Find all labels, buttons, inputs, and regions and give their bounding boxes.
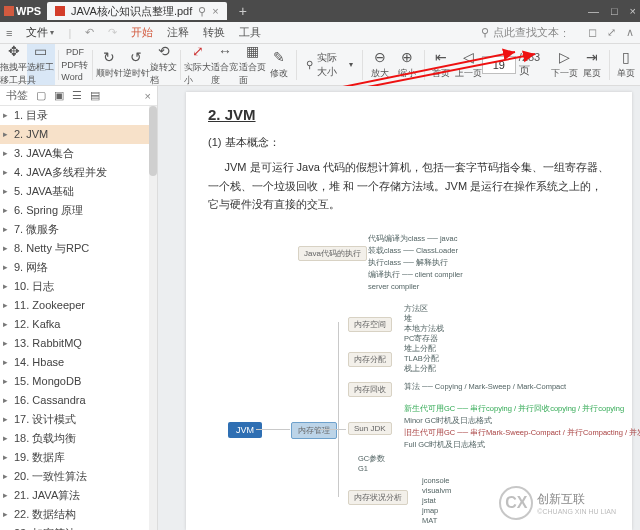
caret-icon: ▸ bbox=[3, 469, 8, 484]
bookmark-label: 1. 目录 bbox=[14, 108, 48, 123]
rotate-cw[interactable]: ↻顺时针 bbox=[95, 44, 122, 85]
mindmap-root: JVM bbox=[228, 422, 262, 438]
menu-icon[interactable]: ≡ bbox=[6, 27, 12, 39]
edit-button[interactable]: ✎修改 bbox=[266, 44, 293, 85]
pin-icon[interactable]: ⚲ bbox=[198, 5, 206, 18]
bookmark-label: 20. 一致性算法 bbox=[14, 469, 87, 484]
caret-icon: ▸ bbox=[3, 108, 8, 123]
bookmark-label: 4. JAVA多线程并发 bbox=[14, 165, 107, 180]
maximize-button[interactable]: □ bbox=[611, 5, 618, 17]
bookmark-label: 6. Spring 原理 bbox=[14, 203, 83, 218]
zoom-out[interactable]: ⊖放大 bbox=[366, 44, 393, 85]
bookmark-item[interactable]: ▸6. Spring 原理 bbox=[0, 201, 157, 220]
drag-pan-tool[interactable]: ✥拖拽平移工具 bbox=[0, 44, 27, 85]
fit-width[interactable]: ↔适合宽度 bbox=[211, 44, 238, 85]
bookmark-item[interactable]: ▸16. Cassandra bbox=[0, 391, 157, 410]
bookmark-item[interactable]: ▸20. 一致性算法 bbox=[0, 467, 157, 486]
toggle-icon[interactable]: ◻ bbox=[588, 26, 597, 39]
bookmark-item[interactable]: ▸11. Zookeeper bbox=[0, 296, 157, 315]
bookmark-item[interactable]: ▸8. Netty 与RPC bbox=[0, 239, 157, 258]
page-total: /283 页 bbox=[519, 51, 547, 78]
bookmark-item[interactable]: ▸15. MongoDB bbox=[0, 372, 157, 391]
new-tab-button[interactable]: + bbox=[239, 3, 247, 19]
bookmark-item[interactable]: ▸21. JAVA算法 bbox=[0, 486, 157, 505]
window-controls: — □ × bbox=[588, 5, 636, 17]
sidebar-close[interactable]: × bbox=[145, 90, 151, 102]
toolbar: ✥拖拽平移工具 ▭选框工具 PDFPDF转Word ↻顺时针 ↺逆时针 ⟲旋转文… bbox=[0, 44, 640, 86]
caret-icon: ▸ bbox=[3, 146, 8, 161]
zoom-select[interactable]: ⚲实际大小▾ bbox=[306, 51, 353, 79]
search-box[interactable]: ⚲ 点此查找文本 : bbox=[481, 25, 566, 40]
fit-page[interactable]: ▦适合页面 bbox=[239, 44, 266, 85]
bookmark-label: 16. Cassandra bbox=[14, 393, 86, 408]
bookmark-item[interactable]: ▸10. 日志 bbox=[0, 277, 157, 296]
watermark-sub: ©CHUANG XIN HU LIAN bbox=[537, 508, 616, 515]
bookmark-item[interactable]: ▸7. 微服务 bbox=[0, 220, 157, 239]
prev-page[interactable]: ◁上一页 bbox=[455, 44, 482, 85]
sidebar-icon[interactable]: ▤ bbox=[90, 89, 100, 102]
mindmap-leaf: visualvm bbox=[422, 486, 451, 495]
bookmark-item[interactable]: ▸17. 设计模式 bbox=[0, 410, 157, 429]
close-button[interactable]: × bbox=[630, 5, 636, 17]
bookmark-label: 2. JVM bbox=[14, 127, 48, 142]
bookmark-item[interactable]: ▸19. 数据库 bbox=[0, 448, 157, 467]
mindmap-leaf: G1 bbox=[358, 464, 368, 473]
next-page[interactable]: ▷下一页 bbox=[551, 44, 578, 85]
bookmark-item[interactable]: ▸2. JVM bbox=[0, 125, 157, 144]
sidebar-icon[interactable]: ▣ bbox=[54, 89, 64, 102]
bookmark-item[interactable]: ▸4. JAVA多线程并发 bbox=[0, 163, 157, 182]
collapse-icon[interactable]: ∧ bbox=[626, 26, 634, 39]
redo-icon[interactable]: ↷ bbox=[108, 26, 117, 39]
menu-tools[interactable]: 工具 bbox=[239, 25, 261, 40]
bookmark-label: 23. 加密算法 bbox=[14, 526, 76, 530]
zoom-in[interactable]: ⊕缩小 bbox=[393, 44, 420, 85]
bookmark-label: 7. 微服务 bbox=[14, 222, 59, 237]
last-page[interactable]: ⇥尾页 bbox=[579, 44, 606, 85]
tab-close[interactable]: × bbox=[212, 5, 218, 17]
bookmark-item[interactable]: ▸18. 负载均衡 bbox=[0, 429, 157, 448]
sidebar-header: 书签 ▢ ▣ ☰ ▤ × bbox=[0, 86, 157, 106]
caret-icon: ▸ bbox=[3, 450, 8, 465]
scrollbar-thumb[interactable] bbox=[149, 106, 157, 176]
rotate-ccw[interactable]: ↺逆时针 bbox=[123, 44, 150, 85]
page-input[interactable]: 19 bbox=[482, 56, 516, 74]
pdf-to-word[interactable]: PDFPDF转Word bbox=[61, 44, 88, 85]
fullscreen-icon[interactable]: ⤢ bbox=[607, 26, 616, 39]
minimize-button[interactable]: — bbox=[588, 5, 599, 17]
single-page[interactable]: ▯单页 bbox=[613, 44, 640, 85]
bookmark-label: 22. 数据结构 bbox=[14, 507, 76, 522]
menu-annotate[interactable]: 注释 bbox=[167, 25, 189, 40]
file-menu[interactable]: 文件▾ bbox=[26, 25, 54, 40]
mindmap-hub: 内存管理 bbox=[291, 422, 337, 439]
sidebar-icon[interactable]: ▢ bbox=[36, 89, 46, 102]
bookmark-item[interactable]: ▸22. 数据结构 bbox=[0, 505, 157, 524]
menu-convert[interactable]: 转换 bbox=[203, 25, 225, 40]
bookmark-item[interactable]: ▸12. Kafka bbox=[0, 315, 157, 334]
bookmark-item[interactable]: ▸1. 目录 bbox=[0, 106, 157, 125]
bookmark-label: 3. JAVA集合 bbox=[14, 146, 74, 161]
bookmark-item[interactable]: ▸5. JAVA基础 bbox=[0, 182, 157, 201]
mindmap-node: 内存回收 bbox=[348, 382, 392, 397]
bookmark-item[interactable]: ▸9. 网络 bbox=[0, 258, 157, 277]
tab-title: JAVA核心知识点整理.pdf bbox=[71, 4, 192, 19]
bookmark-label: 8. Netty 与RPC bbox=[14, 241, 89, 256]
actual-size[interactable]: ⤢实际大小 bbox=[184, 44, 211, 85]
bookmark-label: 10. 日志 bbox=[14, 279, 54, 294]
mindmap-leaf: 新生代可用GC ── 串行copying / 并行回收copying / 并行c… bbox=[404, 404, 624, 414]
bookmark-item[interactable]: ▸3. JAVA集合 bbox=[0, 144, 157, 163]
scrollbar-track[interactable] bbox=[149, 106, 157, 530]
rotate-doc[interactable]: ⟲旋转文档 bbox=[150, 44, 177, 85]
bookmark-item[interactable]: ▸13. RabbitMQ bbox=[0, 334, 157, 353]
mindmap-node: 内存分配 bbox=[348, 352, 392, 367]
document-tab[interactable]: JAVA核心知识点整理.pdf ⚲ × bbox=[47, 2, 227, 20]
bookmark-item[interactable]: ▸23. 加密算法 bbox=[0, 524, 157, 530]
bookmark-item[interactable]: ▸14. Hbase bbox=[0, 353, 157, 372]
first-page[interactable]: ⇤首页 bbox=[427, 44, 454, 85]
menu-start[interactable]: 开始 bbox=[131, 25, 153, 40]
mindmap-node: Sun JDK bbox=[348, 422, 392, 435]
document-view[interactable]: 2. JVM (1) 基本概念： JVM 是可运行 Java 代码的假想计算机，… bbox=[158, 86, 640, 530]
bookmark-label: 19. 数据库 bbox=[14, 450, 65, 465]
undo-icon[interactable]: ↶ bbox=[85, 26, 94, 39]
sidebar-icon[interactable]: ☰ bbox=[72, 89, 82, 102]
select-tool[interactable]: ▭选框工具 bbox=[27, 44, 54, 85]
